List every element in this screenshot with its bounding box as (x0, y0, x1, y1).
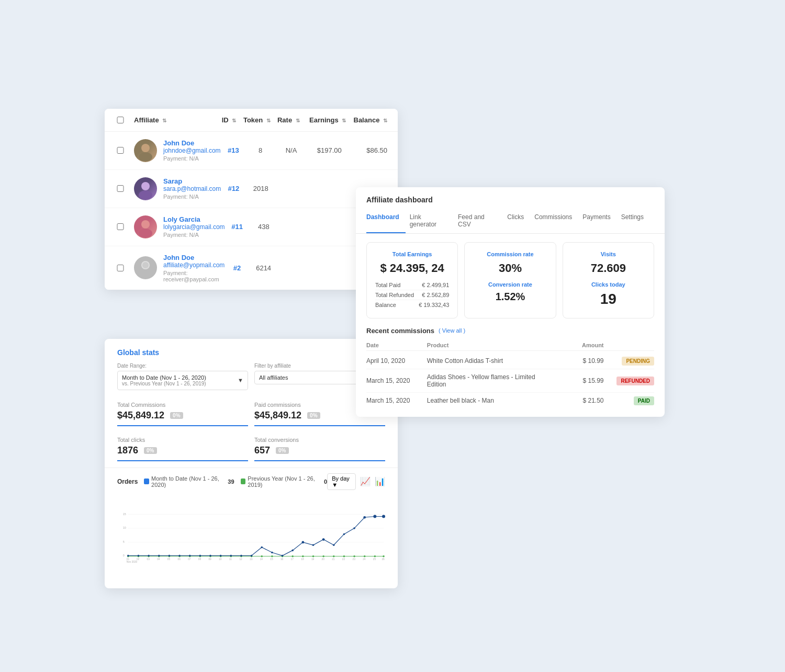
svg-text:15: 15 (270, 558, 273, 561)
affiliate-email[interactable]: lolygarcia@gmail.com (163, 223, 225, 231)
affiliate-name[interactable]: Loly Garcia (163, 215, 225, 223)
row-checkbox[interactable] (115, 147, 126, 154)
tab-clicks[interactable]: Clicks (507, 209, 530, 233)
col-header-balance[interactable]: Balance ⇅ (350, 116, 387, 124)
tab-dashboard[interactable]: Dashboard (366, 209, 406, 233)
legend-period1-label: Month to Date (Nov 1 - 26, 2020) (151, 475, 226, 488)
commission-date: March 15, 2020 (366, 377, 427, 384)
tab-link-generator[interactable]: Link generator (410, 209, 454, 233)
global-stats-title: Global stats (117, 348, 385, 357)
bar-chart-icon[interactable]: 📊 (375, 476, 385, 486)
svg-point-69 (382, 515, 385, 518)
table-row: John Doe johndoe@gmail.com Payment: N/A … (105, 132, 398, 170)
chart-legend: Orders Month to Date (Nov 1 - 26, 2020) … (117, 475, 327, 488)
date-range-select[interactable]: Month to Date (Nov 1 - 26, 2020) vs. Pre… (117, 371, 248, 390)
svg-text:5: 5 (123, 540, 125, 543)
svg-point-5 (139, 229, 152, 238)
legend-period1-icon (144, 479, 149, 484)
svg-text:10: 10 (123, 526, 126, 529)
chevron-down-icon: ▼ (238, 377, 243, 383)
total-clicks-label: Total clicks (117, 437, 248, 443)
svg-text:14: 14 (260, 558, 263, 561)
total-clicks-metric: Total clicks 1876 0% (117, 432, 248, 461)
table-row: John Doe affiliate@yopmail.com Payment: … (105, 246, 398, 290)
total-clicks-value: 1876 0% (117, 445, 248, 456)
sort-rate-icon[interactable]: ⇅ (296, 118, 300, 123)
svg-point-48 (169, 554, 171, 556)
view-all-link[interactable]: ( View all ) (439, 327, 465, 334)
dashboard-title: Affiliate dashboard (356, 187, 665, 204)
affiliate-email[interactable]: sara.p@hotmail.com (163, 185, 221, 192)
legend-period1: Month to Date (Nov 1 - 26, 2020) 39 (144, 475, 234, 488)
status-badge-paid: PAID (634, 396, 654, 405)
row-checkbox[interactable] (115, 223, 126, 230)
affiliate-token: 438 (250, 223, 278, 231)
commission-status: PENDING (604, 357, 654, 365)
svg-text:22: 22 (342, 558, 345, 561)
svg-point-59 (282, 554, 284, 556)
svg-point-64 (333, 544, 335, 546)
date-range-filter: Date Range: Month to Date (Nov 1 - 26, 2… (117, 363, 248, 390)
sort-earnings-icon[interactable]: ⇅ (342, 118, 346, 123)
svg-point-39 (343, 555, 345, 557)
col-header-id[interactable]: ID ⇅ (216, 116, 242, 124)
total-conversions-badge: 0% (276, 447, 288, 454)
total-earnings-label: Total Earnings (375, 251, 449, 257)
sort-balance-icon[interactable]: ⇅ (383, 118, 387, 123)
row-info: Loly Garcia lolygarcia@gmail.com Payment… (163, 215, 225, 238)
commission-status: PAID (604, 397, 654, 404)
svg-text:20: 20 (322, 558, 325, 561)
legend-period2: Previous Year (Nov 1 - 26, 2019) 0 (241, 475, 328, 488)
commission-rate-card: Commission rate 30% Conversion rate 1.52… (464, 242, 556, 318)
recent-commissions-header: Recent commissions ( View all ) (366, 327, 654, 335)
svg-text:02: 02 (137, 558, 140, 561)
paid-commissions-badge: 0% (307, 412, 320, 419)
clicks-today-label: Clicks today (571, 281, 645, 288)
recent-commission-row: April 10, 2020 White Cotton Adidas T-shi… (366, 353, 654, 369)
affiliate-name[interactable]: Sarap (163, 177, 221, 185)
col-header-rate[interactable]: Rate ⇅ (272, 116, 305, 124)
global-stats-chart-panel: Global stats Date Range: Month to Date (… (105, 339, 398, 588)
affiliate-email[interactable]: affiliate@yopmail.com (163, 261, 225, 269)
svg-text:04: 04 (157, 558, 160, 561)
total-commissions-label: Total Commissions (117, 402, 248, 408)
affiliate-payment: Payment: receiver@paypal.com (163, 270, 225, 282)
svg-text:18: 18 (301, 558, 304, 561)
affiliate-token: 2018 (246, 185, 275, 192)
tab-settings[interactable]: Settings (621, 209, 650, 233)
svg-text:13: 13 (250, 558, 253, 561)
col-header-affiliate[interactable]: Affiliate ⇅ (134, 116, 216, 124)
date-range-label: Date Range: (117, 363, 248, 369)
total-earnings-subs: Total Paid € 2.499,91 Total Refunded € 2… (375, 280, 449, 310)
sort-id-icon[interactable]: ⇅ (232, 118, 236, 123)
svg-point-35 (302, 555, 304, 557)
svg-text:25: 25 (373, 558, 376, 561)
tab-feed-csv[interactable]: Feed and CSV (458, 209, 503, 233)
svg-text:06: 06 (177, 558, 181, 561)
tab-payments[interactable]: Payments (582, 209, 616, 233)
sort-affiliate-icon[interactable]: ⇅ (162, 118, 166, 123)
stat-sub-total-refunded: Total Refunded € 2.562,89 (375, 290, 449, 300)
svg-text:0: 0 (123, 553, 125, 556)
affiliate-name[interactable]: John Doe (163, 139, 221, 147)
svg-point-67 (363, 516, 366, 518)
orders-label: Orders (117, 478, 138, 485)
affiliate-id: #2 (225, 264, 249, 272)
row-checkbox[interactable] (115, 185, 126, 192)
svg-point-55 (240, 554, 242, 556)
svg-point-1 (139, 152, 152, 162)
line-chart-icon[interactable]: 📈 (360, 476, 371, 486)
tab-commissions[interactable]: Commissions (534, 209, 578, 233)
select-all-checkbox[interactable] (115, 117, 126, 123)
affiliate-email[interactable]: johndoe@gmail.com (163, 147, 221, 154)
total-clicks-badge: 0% (144, 447, 156, 454)
visits-label: Visits (571, 251, 645, 257)
affiliate-name[interactable]: John Doe (163, 254, 225, 261)
col-header-token[interactable]: Token ⇅ (242, 116, 272, 124)
row-info: John Doe affiliate@yopmail.com Payment: … (163, 254, 225, 282)
col-header-earnings[interactable]: Earnings ⇅ (305, 116, 350, 124)
rcol-header-product: Product (427, 342, 553, 348)
by-day-select[interactable]: By day ▼ (327, 473, 356, 490)
row-checkbox[interactable] (115, 265, 126, 271)
sort-token-icon[interactable]: ⇅ (266, 118, 271, 123)
